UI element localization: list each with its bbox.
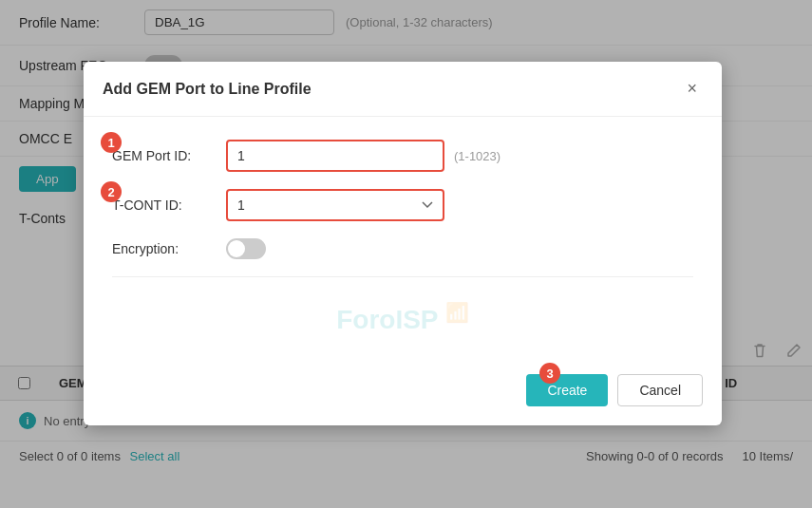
gem-port-id-field-wrapper: (1-1023) <box>226 140 693 172</box>
encryption-toggle[interactable] <box>226 238 266 259</box>
encryption-field-wrapper <box>226 238 693 259</box>
tcont-id-label: T-CONT ID: <box>112 198 226 213</box>
gem-port-id-row: 1 GEM Port ID: (1-1023) <box>112 140 693 172</box>
modal-divider <box>112 276 693 277</box>
tcont-id-select[interactable]: 1 2 3 4 <box>226 189 444 221</box>
cancel-button[interactable]: Cancel <box>617 374 703 406</box>
watermark-text: ForoISP 📶 <box>336 301 469 335</box>
modal-title: Add GEM Port to Line Profile <box>103 81 312 98</box>
step-3-badge: 3 <box>539 363 560 384</box>
encryption-row: Encryption: <box>112 238 693 259</box>
step-1-badge: 1 <box>101 132 122 153</box>
tcont-id-field-wrapper: 1 2 3 4 <box>226 189 693 221</box>
modal-footer: 3 Create Cancel <box>84 365 722 425</box>
step-2-badge: 2 <box>101 181 122 202</box>
modal: Add GEM Port to Line Profile × 1 GEM Por… <box>84 62 722 425</box>
encryption-label: Encryption: <box>112 241 226 256</box>
gem-port-id-hint: (1-1023) <box>454 149 500 163</box>
watermark-antenna-icon: 📶 <box>445 302 469 323</box>
watermark-area: ForoISP 📶 <box>112 294 693 342</box>
modal-header: Add GEM Port to Line Profile × <box>84 62 722 117</box>
tcont-id-row: 2 T-CONT ID: 1 2 3 4 <box>112 189 693 221</box>
gem-port-id-input[interactable] <box>226 140 444 172</box>
modal-close-button[interactable]: × <box>681 77 703 101</box>
modal-body: 1 GEM Port ID: (1-1023) 2 T-CONT ID: 1 2… <box>84 117 722 365</box>
gem-port-id-label: GEM Port ID: <box>112 148 226 163</box>
create-button[interactable]: Create <box>526 374 608 406</box>
